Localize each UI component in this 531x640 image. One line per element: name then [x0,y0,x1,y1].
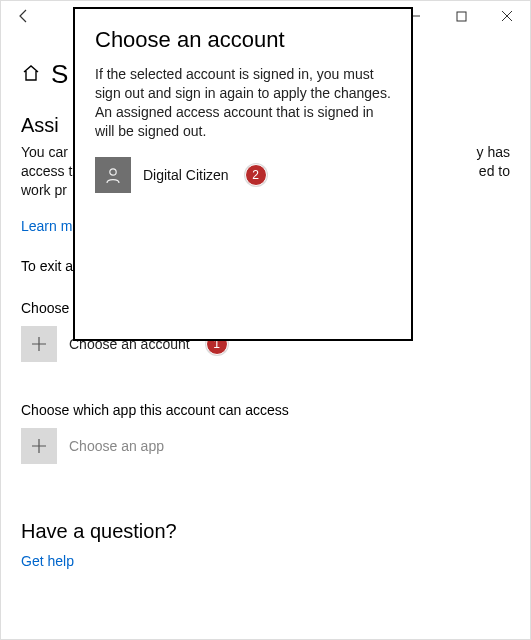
modal-title: Choose an account [95,27,391,53]
choose-app-row[interactable]: Choose an app [21,428,510,464]
choose-app-prompt: Choose which app this account can access [21,402,510,418]
choose-app-label: Choose an app [69,438,164,454]
account-option[interactable]: Digital Citizen 2 [95,157,391,193]
maximize-button[interactable] [438,1,484,31]
plus-icon [21,326,57,362]
plus-icon [21,428,57,464]
account-name: Digital Citizen [143,167,229,183]
page-title: S [51,59,68,90]
svg-rect-0 [457,12,466,21]
desc-frag-3: work pr [21,182,67,198]
close-button[interactable] [484,1,530,31]
settings-window: S Assi You car y has access t ed to work… [0,0,531,640]
back-button[interactable] [1,1,47,31]
modal-description: If the selected account is signed in, yo… [95,65,391,141]
desc-frag-2b: ed to [479,162,510,181]
choose-account-modal: Choose an account If the selected accoun… [73,7,413,341]
get-help-link[interactable]: Get help [21,553,74,569]
annotation-badge-2: 2 [245,164,267,186]
home-icon[interactable] [21,63,41,86]
person-icon [95,157,131,193]
titlebar-left [1,1,47,31]
learn-more-link[interactable]: Learn m [21,218,72,234]
svg-point-1 [110,168,116,174]
desc-frag-2: access t [21,163,72,179]
desc-frag-1b: y has [477,143,510,162]
desc-frag-1: You car [21,144,68,160]
have-question-heading: Have a question? [21,520,510,543]
